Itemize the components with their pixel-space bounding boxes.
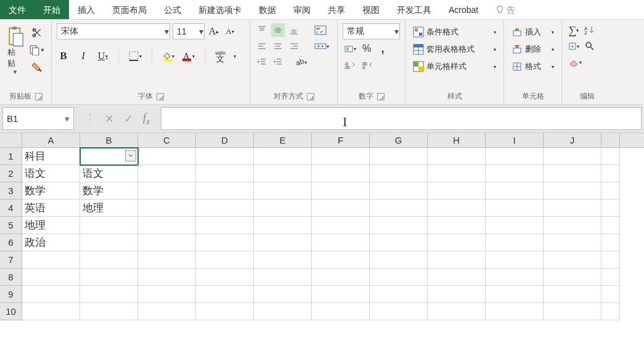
cell-I7[interactable]	[486, 251, 544, 269]
row-header-10[interactable]: 10	[0, 303, 22, 320]
cell-D1[interactable]	[196, 148, 254, 165]
increase-decimal-button[interactable]: .0.00	[343, 58, 357, 71]
paste-button[interactable]: 粘贴 ▼	[5, 23, 25, 78]
font-color-button[interactable]: A▾	[182, 49, 196, 63]
cell-A3[interactable]: 数学	[22, 182, 80, 200]
decrease-indent-button[interactable]	[255, 55, 269, 69]
cell-I1[interactable]	[486, 148, 544, 165]
cell-A9[interactable]	[22, 286, 80, 303]
tab-file[interactable]: 文件	[0, 0, 35, 19]
cell-E9[interactable]	[254, 286, 312, 303]
cell-D6[interactable]	[196, 234, 254, 251]
cell-H1[interactable]	[428, 148, 486, 165]
cell-B4[interactable]: 地理	[80, 200, 138, 217]
cell-J10[interactable]	[544, 303, 601, 320]
cell-H5[interactable]	[428, 217, 486, 234]
cell-C7[interactable]	[138, 251, 196, 269]
cell-E10[interactable]	[254, 303, 312, 320]
cell-B8[interactable]	[80, 269, 138, 286]
tab-newtab[interactable]: 新建选项卡	[190, 0, 250, 19]
tab-formulas[interactable]: 公式	[155, 0, 190, 19]
cell-J1[interactable]	[544, 148, 601, 165]
cell-extra-9[interactable]	[601, 286, 620, 303]
format-cells-button[interactable]: 格式▾	[509, 59, 556, 74]
cell-B5[interactable]	[80, 217, 138, 234]
cell-H3[interactable]	[428, 182, 486, 200]
cell-D7[interactable]	[196, 251, 254, 269]
row-header-2[interactable]: 2	[0, 165, 22, 182]
cell-extra-3[interactable]	[601, 182, 620, 200]
font-size-combo[interactable]: 11▾	[173, 23, 205, 39]
tab-acrobat[interactable]: Acrobat	[440, 0, 487, 19]
cell-H2[interactable]	[428, 165, 486, 182]
cell-I5[interactable]	[486, 217, 544, 234]
cell-G6[interactable]	[370, 234, 428, 251]
cell-G3[interactable]	[370, 182, 428, 200]
align-center-button[interactable]	[271, 39, 285, 53]
cell-extra-7[interactable]	[601, 251, 620, 269]
cell-G1[interactable]	[370, 148, 428, 165]
cell-C10[interactable]	[138, 303, 196, 320]
tab-view[interactable]: 视图	[354, 0, 388, 19]
cell-G10[interactable]	[370, 303, 428, 320]
align-right-button[interactable]	[287, 39, 301, 53]
cell-F6[interactable]	[312, 234, 370, 251]
cell-B10[interactable]	[80, 303, 138, 320]
cell-E1[interactable]	[254, 148, 312, 165]
format-painter-button[interactable]	[28, 60, 46, 74]
col-header-B[interactable]: B	[80, 133, 138, 147]
cell-E3[interactable]	[254, 182, 312, 200]
col-header-J[interactable]: J	[544, 133, 601, 147]
cell-C1[interactable]	[138, 148, 196, 165]
cell-J3[interactable]	[544, 182, 601, 200]
cell-I4[interactable]	[486, 200, 544, 217]
cell-F4[interactable]	[312, 200, 370, 217]
col-header-D[interactable]: D	[196, 133, 254, 147]
number-format-combo[interactable]: 常规▾	[343, 23, 400, 39]
row-header-4[interactable]: 4	[0, 200, 22, 217]
cell-H6[interactable]	[428, 234, 486, 251]
find-button[interactable]	[583, 39, 597, 53]
cell-F7[interactable]	[312, 251, 370, 269]
fill-color-button[interactable]: ▾	[161, 49, 176, 63]
cell-C8[interactable]	[138, 269, 196, 286]
wrap-text-button[interactable]: abc	[313, 23, 328, 37]
italic-button[interactable]: I	[76, 49, 90, 63]
cell-C3[interactable]	[138, 182, 196, 200]
cell-F5[interactable]	[312, 217, 370, 234]
col-header-I[interactable]: I	[486, 133, 544, 147]
cell-A7[interactable]	[22, 251, 80, 269]
cell-I8[interactable]	[486, 269, 544, 286]
copy-button[interactable]: ▼	[28, 43, 46, 57]
underline-button[interactable]: U▾	[96, 49, 110, 63]
cell-B1[interactable]	[80, 148, 138, 165]
row-header-8[interactable]: 8	[0, 269, 22, 286]
tab-share[interactable]: 共享	[319, 0, 354, 19]
shrink-font-button[interactable]: A▾	[223, 25, 237, 38]
align-top-button[interactable]	[255, 23, 269, 37]
cell-D10[interactable]	[196, 303, 254, 320]
cell-H8[interactable]	[428, 269, 486, 286]
autosum-button[interactable]: ∑▾	[567, 23, 581, 37]
tab-layout[interactable]: 页面布局	[104, 0, 155, 19]
align-dialog-launcher[interactable]	[307, 93, 314, 100]
cell-F2[interactable]	[312, 165, 370, 182]
cell-F10[interactable]	[312, 303, 370, 320]
conditional-format-button[interactable]: 条件格式▾	[410, 25, 499, 39]
cell-J4[interactable]	[544, 200, 601, 217]
orientation-button[interactable]: ab▾	[293, 55, 308, 69]
insert-cells-button[interactable]: 插入▾	[509, 25, 556, 39]
cell-I3[interactable]	[486, 182, 544, 200]
cell-E8[interactable]	[254, 269, 312, 286]
cell-extra-4[interactable]	[601, 200, 620, 217]
cell-extra-2[interactable]	[601, 165, 620, 182]
bold-button[interactable]: B	[57, 49, 70, 63]
row-header-1[interactable]: 1	[0, 148, 22, 165]
name-box[interactable]: B1▾	[2, 107, 74, 130]
grow-font-button[interactable]: A▴	[207, 25, 221, 38]
delete-cells-button[interactable]: 删除▾	[509, 42, 556, 57]
cell-C6[interactable]	[138, 234, 196, 251]
align-bottom-button[interactable]	[287, 23, 301, 37]
tab-data[interactable]: 数据	[250, 0, 285, 19]
cell-F3[interactable]	[312, 182, 370, 200]
